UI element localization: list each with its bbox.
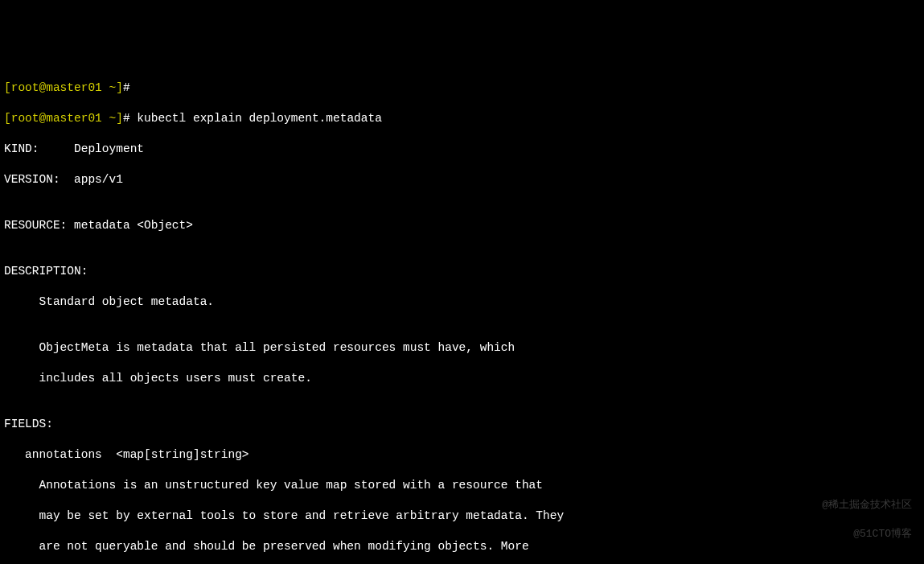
command-text: kubectl explain deployment.metadata [130,112,382,125]
field-description: Annotations is an unstructured key value… [4,478,920,493]
prompt-hash: # [123,112,130,125]
field-description: are not queryable and should be preserve… [4,539,920,554]
description-text: ObjectMeta is metadata that all persiste… [4,340,920,356]
watermark: @稀土掘金技术社区 @51CTO博客 [822,484,912,556]
output-kind: KIND: Deployment [4,142,920,157]
output-version: VERSION: apps/v1 [4,172,920,187]
prompt-user-host: [root@master01 ~] [4,112,123,125]
prompt-hash: # [123,81,130,94]
fields-header: FIELDS: [4,417,920,432]
watermark-line: @稀土掘金技术社区 [822,498,912,513]
output-resource: RESOURCE: metadata <Object> [4,218,920,233]
terminal-output[interactable]: [root@master01 ~]# [root@master01 ~]# ku… [4,65,920,564]
description-text: Standard object metadata. [4,294,920,310]
watermark-line: @51CTO博客 [822,527,912,541]
field-annotations: annotations <map[string]string> [4,447,920,463]
prompt-line-2: [root@master01 ~]# kubectl explain deplo… [4,111,920,126]
field-description: may be set by external tools to store an… [4,508,920,524]
prompt-user-host: [root@master01 ~] [4,81,123,94]
description-header: DESCRIPTION: [4,264,920,279]
prompt-line-1: [root@master01 ~]# [4,80,920,96]
description-text: includes all objects users must create. [4,371,920,386]
